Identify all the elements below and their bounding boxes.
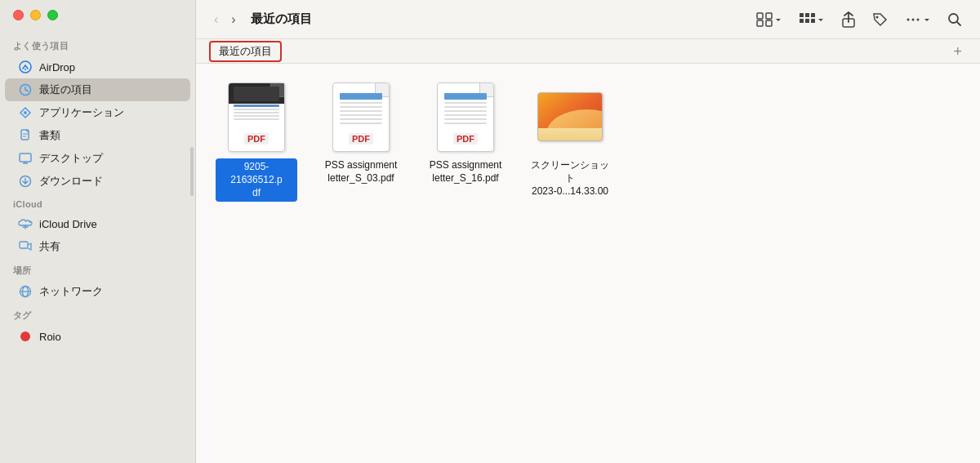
documents-label: 書類 <box>39 128 60 143</box>
favorites-section-label: よく使う項目 <box>0 33 195 56</box>
svg-rect-11 <box>757 13 763 19</box>
sidebar-item-applications[interactable]: アプリケーション <box>5 101 190 124</box>
svg-point-22 <box>876 16 879 18</box>
svg-point-24 <box>912 18 915 20</box>
sidebar-item-tag-roio[interactable]: Roio <box>5 325 190 348</box>
toolbar-nav: ‹ › <box>209 9 241 30</box>
file-icon-wrap <box>537 80 603 154</box>
tag-roio-label: Roio <box>39 331 61 343</box>
file-area: PDF 9205-21636512.pdf P <box>196 64 980 463</box>
svg-rect-12 <box>766 13 772 19</box>
sidebar-item-shared[interactable]: 共有 <box>5 235 190 258</box>
toolbar-right <box>751 8 967 31</box>
view-icon-button[interactable] <box>751 9 787 30</box>
sidebar-item-downloads[interactable]: ダウンロード <box>5 170 190 193</box>
share-button[interactable] <box>836 8 861 31</box>
fullscreen-button[interactable] <box>47 10 58 20</box>
svg-rect-18 <box>800 19 804 23</box>
file-item[interactable]: PDF PSS assignmentletter_S_03.pdf <box>320 80 402 185</box>
svg-rect-5 <box>20 154 31 162</box>
traffic-lights <box>0 10 195 33</box>
sidebar-item-desktop[interactable]: デスクトップ <box>5 147 190 170</box>
add-tab-button[interactable]: + <box>948 42 967 60</box>
pdf-label-1: PDF <box>244 133 269 145</box>
svg-point-10 <box>20 332 30 341</box>
pdf-icon-2: PDF <box>332 82 390 152</box>
file-item[interactable]: PDF PSS assignmentletter_S_16.pdf <box>425 80 506 185</box>
svg-point-25 <box>917 18 920 20</box>
pdf-label-2: PDF <box>349 133 373 145</box>
icloud-drive-label: iCloud Drive <box>39 218 97 230</box>
more-options-button[interactable] <box>900 9 936 30</box>
svg-point-26 <box>949 14 958 23</box>
sidebar-scrollbar[interactable] <box>190 147 194 196</box>
file-name-4: スクリーンショット2023-0...14.33.00 <box>529 158 611 198</box>
applications-icon <box>18 105 33 120</box>
svg-rect-17 <box>811 13 815 17</box>
network-icon <box>18 284 33 299</box>
file-item[interactable]: スクリーンショット2023-0...14.33.00 <box>529 80 611 198</box>
pathbar: 最近の項目 + <box>196 39 980 64</box>
tag-red-icon <box>18 329 33 344</box>
downloads-label: ダウンロード <box>39 174 103 189</box>
file-name-2: PSS assignmentletter_S_03.pdf <box>325 158 398 185</box>
tags-section-label: タグ <box>0 303 195 325</box>
icloud-section-label: iCloud <box>0 193 195 212</box>
downloads-icon <box>18 174 33 189</box>
sidebar-item-icloud-drive[interactable]: iCloud Drive <box>5 212 190 235</box>
recent-icon <box>18 82 33 97</box>
pdf-label-3: PDF <box>453 133 478 145</box>
svg-point-0 <box>20 61 31 73</box>
shared-label: 共有 <box>39 239 60 254</box>
svg-rect-20 <box>811 19 815 23</box>
documents-icon <box>18 128 33 143</box>
file-name-3: PSS assignmentletter_S_16.pdf <box>430 158 502 185</box>
desktop-icon <box>18 151 33 166</box>
forward-button[interactable]: › <box>226 9 240 30</box>
sidebar-item-documents[interactable]: 書類 <box>5 124 190 147</box>
sidebar-item-airdrop[interactable]: AirDrop <box>5 56 190 78</box>
file-icon-wrap: PDF <box>433 80 498 154</box>
svg-rect-15 <box>800 13 804 17</box>
network-label: ネットワーク <box>39 284 103 299</box>
toolbar: ‹ › 最近の項目 <box>196 0 980 39</box>
pdf-icon-3: PDF <box>437 82 494 152</box>
icloud-drive-icon <box>18 216 33 231</box>
svg-rect-13 <box>757 20 763 26</box>
airdrop-label: AirDrop <box>39 61 75 73</box>
airdrop-icon <box>18 60 33 74</box>
file-icon-wrap: PDF <box>328 80 394 154</box>
sidebar-item-network[interactable]: ネットワーク <box>5 280 190 303</box>
file-icon-wrap: PDF <box>224 80 289 154</box>
selected-pdf-icon: PDF <box>228 82 285 152</box>
svg-rect-16 <box>805 13 809 17</box>
group-view-button[interactable] <box>794 9 830 30</box>
svg-rect-7 <box>20 242 28 248</box>
main-area: ‹ › 最近の項目 <box>196 0 980 463</box>
shared-icon <box>18 239 33 254</box>
close-button[interactable] <box>13 10 24 20</box>
svg-rect-19 <box>805 19 809 23</box>
recent-label: 最近の項目 <box>39 82 92 97</box>
tag-button[interactable] <box>867 9 893 30</box>
sidebar: よく使う項目 AirDrop 最近の項目 アプリケーション <box>0 0 196 463</box>
minimize-button[interactable] <box>30 10 41 20</box>
pathbar-tag: 最近の項目 <box>209 41 282 62</box>
back-button[interactable]: ‹ <box>209 9 223 30</box>
screenshot-icon <box>537 92 603 141</box>
svg-point-3 <box>24 111 27 114</box>
locations-section-label: 場所 <box>0 258 195 280</box>
search-button[interactable] <box>942 9 967 30</box>
svg-point-23 <box>907 18 910 20</box>
applications-label: アプリケーション <box>39 105 124 120</box>
svg-rect-14 <box>766 20 772 26</box>
desktop-label: デスクトップ <box>39 151 103 166</box>
file-name-1: 9205-21636512.pdf <box>216 158 297 202</box>
svg-point-1 <box>24 69 26 70</box>
file-item[interactable]: PDF 9205-21636512.pdf <box>216 80 297 202</box>
toolbar-title: 最近の項目 <box>251 11 742 27</box>
sidebar-item-recent[interactable]: 最近の項目 <box>5 78 190 101</box>
